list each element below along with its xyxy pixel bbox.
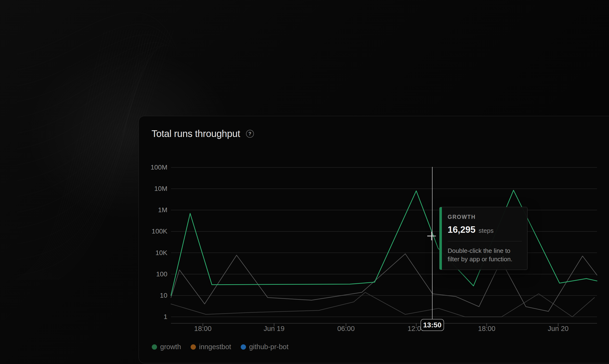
y-axis-label: 100K bbox=[0, 228, 167, 235]
tooltip-value-row: 16,295 steps bbox=[448, 225, 522, 235]
y-axis-label: 1M bbox=[0, 207, 167, 214]
tooltip-accent-bar bbox=[440, 207, 442, 270]
chart-legend: growthinngestbotgithub-pr-bot bbox=[152, 343, 289, 351]
legend-item-inngestbot[interactable]: inngestbot bbox=[191, 343, 231, 351]
legend-dot-icon bbox=[241, 344, 246, 350]
tooltip-series-name: GROWTH bbox=[448, 214, 522, 220]
tooltip-hint: Double-click the line to filter by app o… bbox=[448, 247, 521, 263]
legend-item-growth[interactable]: growth bbox=[152, 343, 181, 351]
tooltip-divider bbox=[448, 241, 522, 241]
legend-item-github-pr-bot[interactable]: github-pr-bot bbox=[241, 343, 289, 351]
chart-tooltip: GROWTH 16,295 steps Double-click the lin… bbox=[439, 207, 527, 270]
x-axis-label: 18:00 bbox=[463, 325, 511, 332]
time-cursor-badge: 13:50 bbox=[421, 319, 444, 331]
time-cursor-label: 13:50 bbox=[423, 321, 442, 329]
card-header: Total runs throughput ? bbox=[152, 128, 254, 139]
tooltip-value: 16,295 bbox=[448, 225, 475, 235]
legend-label: inngestbot bbox=[199, 343, 231, 351]
y-axis-label: 100 bbox=[0, 271, 167, 278]
x-axis-label: 18:00 bbox=[179, 325, 227, 332]
x-axis-label: Jun 20 bbox=[534, 325, 582, 332]
dashboard-page: Total runs throughput ? 100M10M1M100K10K… bbox=[0, 0, 609, 364]
legend-dot-icon bbox=[152, 344, 157, 350]
legend-label: growth bbox=[160, 343, 181, 351]
legend-dot-icon bbox=[191, 344, 196, 350]
x-axis-label: 06:00 bbox=[322, 325, 370, 332]
x-axis-label: Jun 19 bbox=[250, 325, 298, 332]
y-axis-label: 10M bbox=[0, 185, 167, 192]
y-axis-label: 10K bbox=[0, 249, 167, 257]
legend-label: github-pr-bot bbox=[249, 343, 289, 351]
help-icon[interactable]: ? bbox=[246, 130, 254, 138]
y-axis-label: 10 bbox=[0, 292, 167, 299]
tooltip-body: GROWTH 16,295 steps Double-click the lin… bbox=[440, 207, 527, 270]
page-title: Total runs throughput bbox=[152, 128, 240, 139]
y-axis-label: 1 bbox=[0, 313, 167, 320]
y-axis-label: 100M bbox=[0, 164, 167, 171]
tooltip-unit: steps bbox=[479, 227, 493, 234]
